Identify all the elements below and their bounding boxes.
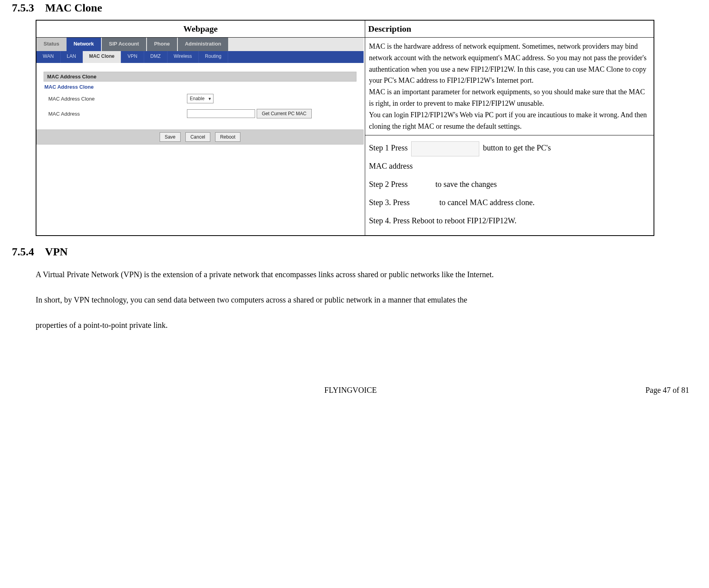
subtab-lan[interactable]: LAN [61, 51, 83, 63]
step-text: button to get the PC's [483, 143, 551, 152]
footer-page-number: Page 47 of 81 [610, 386, 689, 395]
select-value: Enable [190, 96, 204, 101]
table-header-row: Webpage Description [36, 20, 654, 38]
panel-title-bar: MAC Address Clone [44, 72, 356, 82]
form-row-mac-clone-enable: MAC Address Clone Enable ▼ [44, 94, 356, 103]
get-current-pc-mac-button[interactable]: Get Current PC MAC [257, 109, 312, 118]
col-header-description: Description [365, 20, 654, 38]
paragraph: properties of a point-to-point private l… [36, 316, 689, 334]
sub-tabs: WAN LAN MAC Clone VPN DMZ Wireless Routi… [36, 51, 364, 63]
step-text: Step 3. Press [369, 198, 410, 207]
top-tabs: Status Network SIP Account Phone Adminis… [36, 38, 364, 51]
embedded-screenshot: Status Network SIP Account Phone Adminis… [36, 38, 364, 148]
tab-phone[interactable]: Phone [147, 38, 177, 51]
page: 7.5.3 MAC Clone Webpage Description Stat… [12, 2, 697, 403]
save-button[interactable]: Save [160, 132, 181, 142]
subtab-wan[interactable]: WAN [36, 51, 61, 63]
subtab-dmz[interactable]: DMZ [144, 51, 168, 63]
tab-network[interactable]: Network [67, 38, 101, 51]
webpage-cell: Status Network SIP Account Phone Adminis… [36, 38, 365, 236]
page-footer: FLYINGVOICE Page 47 of 81 [12, 386, 697, 403]
tab-administration[interactable]: Administration [178, 38, 229, 51]
subtab-routing[interactable]: Routing [199, 51, 228, 63]
section-heading-vpn: 7.5.4 VPN [12, 245, 697, 258]
step-2: Step 2 Press to save the changes [369, 175, 650, 193]
content-area: MAC Address Clone MAC Address Clone MAC … [36, 63, 364, 148]
label-mac-address: MAC Address [44, 111, 187, 117]
description-cell: MAC is the hardware address of network e… [365, 38, 654, 135]
section-title: VPN [45, 245, 68, 258]
form-row-mac-address: MAC Address Get Current PC MAC [44, 109, 356, 118]
tab-sip-account[interactable]: SIP Account [102, 38, 146, 51]
subtab-vpn[interactable]: VPN [121, 51, 144, 63]
section-label: MAC Address Clone [44, 84, 356, 90]
step-1-line2: MAC address [369, 157, 650, 175]
step-text: Step 1 Press [369, 143, 408, 152]
section-number: 7.5.3 [12, 2, 34, 14]
step-text: to cancel MAC address clone. [439, 198, 534, 207]
paragraph: A Virtual Private Network (VPN) is the e… [36, 265, 689, 284]
cancel-button[interactable]: Cancel [185, 132, 210, 142]
step-text: Step 2 Press [369, 180, 408, 188]
reboot-button[interactable]: Reboot [215, 132, 241, 142]
table-row: Status Network SIP Account Phone Adminis… [36, 38, 654, 135]
doc-table: Webpage Description Status Network SIP A… [36, 20, 654, 236]
steps-cell: Step 1 Press button to get the PC's MAC … [365, 135, 654, 236]
tab-status[interactable]: Status [36, 38, 67, 51]
subtab-mac-clone[interactable]: MAC Clone [83, 51, 121, 63]
inline-screenshot-icon [411, 141, 479, 156]
col-header-webpage: Webpage [36, 20, 365, 38]
label-mac-address-clone: MAC Address Clone [44, 96, 187, 102]
section-heading-mac-clone: 7.5.3 MAC Clone [12, 2, 697, 14]
footer-center: FLYINGVOICE [91, 386, 610, 395]
step-text: to save the changes [435, 180, 497, 188]
subtab-wireless[interactable]: Wireless [168, 51, 199, 63]
step-4: Step 4. Press Reboot to reboot FIP12/FIP… [369, 211, 650, 230]
button-bar: Save Cancel Reboot [36, 129, 364, 145]
step-1-line1: Step 1 Press button to get the PC's [369, 139, 650, 157]
paragraph: In short, by VPN technology, you can sen… [36, 291, 689, 309]
section-number: 7.5.4 [12, 245, 34, 258]
chevron-down-icon: ▼ [208, 97, 212, 101]
step-3: Step 3. Press to cancel MAC address clon… [369, 193, 650, 211]
section-title: MAC Clone [45, 2, 102, 14]
select-mac-clone-enable[interactable]: Enable ▼ [187, 94, 213, 103]
input-mac-address[interactable] [187, 109, 255, 118]
